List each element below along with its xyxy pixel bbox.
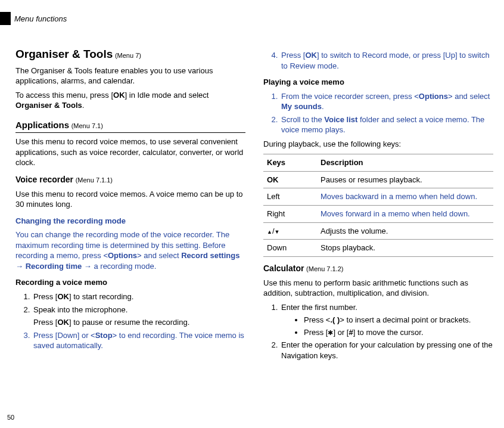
list-item: Enter the operation for your calculation…: [280, 340, 493, 361]
text-fragment: To access this menu, press [: [15, 91, 113, 100]
list-item: Speak into the microphone. Press [OK] to…: [32, 305, 245, 328]
recording-steps-continued: Press [OK] to switch to Record mode, or …: [263, 50, 493, 71]
text-fragment: From the voice recorder screen, press <: [281, 92, 419, 101]
applications-desc: Use this menu to record voice memos, to …: [15, 137, 245, 168]
intro-text: The Organiser & Tools feature enables yo…: [15, 66, 245, 86]
ok-key-label: OK: [113, 91, 125, 100]
voice-list-label: Voice list: [324, 115, 357, 124]
volume-up-icon: [267, 227, 272, 235]
changing-mode-body: You can change the recording mode of the…: [15, 229, 245, 271]
list-item: From the voice recorder screen, press <O…: [280, 91, 493, 112]
recording-time-label: Recording time: [26, 262, 82, 271]
my-sounds-label: My sounds: [281, 102, 322, 111]
key-cell: Left: [263, 188, 317, 206]
key-cell: OK: [263, 171, 317, 188]
table-row: OK Pauses or resumes playback.: [263, 171, 493, 188]
left-column: Organiser & Tools (Menu 7) The Organiser…: [15, 46, 245, 410]
text-fragment: ] to start recording.: [69, 292, 133, 301]
calculator-heading-wrap: Calculator (Menu 7.1.2): [263, 263, 493, 274]
access-text: To access this menu, press [OK] in Idle …: [15, 90, 245, 111]
table-row: Down Stops playback.: [263, 240, 493, 257]
menu-name-label: Organiser & Tools: [15, 101, 82, 110]
right-column: Press [OK] to switch to Record mode, or …: [263, 46, 493, 410]
ok-key-label: OK: [57, 318, 69, 327]
text-fragment: Enter the first number.: [281, 303, 357, 312]
options-label: Options: [419, 92, 448, 101]
playing-steps-list: From the voice recorder screen, press <O…: [263, 91, 493, 135]
title-line: Organiser & Tools (Menu 7): [15, 46, 245, 62]
text-fragment: Press [Down] or <: [33, 331, 95, 340]
text-fragment: Press [: [33, 318, 57, 327]
playing-memo-heading: Playing a voice memo: [263, 77, 493, 88]
text-fragment: Press <: [304, 315, 330, 324]
desc-cell: Adjusts the volume.: [317, 222, 493, 240]
list-item: Press [] or [] to move the cursor.: [304, 327, 493, 338]
list-item: Press [Down] or <Stop> to end recording.…: [32, 330, 245, 351]
text-fragment: .: [322, 102, 324, 111]
calculator-sub-bullets: Press <.( )> to insert a decimal point o…: [281, 315, 493, 337]
table-header-row: Keys Description: [263, 154, 493, 172]
table-header-keys: Keys: [263, 154, 317, 172]
calculator-meta: (Menu 7.1.2): [306, 265, 343, 272]
text-fragment: → a recording mode.: [82, 262, 156, 271]
text-fragment: > and select: [137, 251, 181, 260]
desc-cell: Stops playback.: [317, 240, 493, 257]
text-fragment: Speak into the microphone.: [33, 305, 127, 314]
text-fragment: ] to move the cursor.: [353, 328, 424, 337]
applications-meta: (Menu 7.1): [71, 122, 103, 129]
desc-cell: Pauses or resumes playback.: [317, 171, 493, 188]
list-item: Scroll to the Voice list folder and sele…: [280, 114, 493, 135]
table-header-desc: Description: [317, 154, 493, 172]
page-number: 50: [7, 414, 14, 421]
voice-recorder-heading-wrap: Voice recorder (Menu 7.1.1): [15, 174, 245, 185]
voice-recorder-heading: Voice recorder: [15, 175, 73, 184]
volume-down-icon: [275, 227, 280, 235]
table-row: Left Moves backward in a memo when held …: [263, 188, 493, 206]
voice-recorder-meta: (Menu 7.1.1): [76, 176, 113, 184]
stop-label: Stop: [95, 331, 113, 340]
arrow-sep: →: [15, 262, 26, 271]
during-playback-text: During playback, use the following keys:: [263, 139, 493, 150]
text-fragment: .: [82, 101, 85, 110]
tab-shape-icon: [0, 12, 7, 25]
list-item: Press <.( )> to insert a decimal point o…: [304, 315, 493, 325]
voice-recorder-desc: Use this menu to record voice memos. A v…: [15, 189, 245, 210]
key-cell: /: [263, 222, 317, 240]
sub-step: Press [OK] to pause or resume the record…: [33, 317, 245, 328]
header-tab: Menu functions: [0, 12, 67, 25]
desc-cell: Moves backward in a memo when held down.: [317, 188, 493, 206]
record-settings-label: Record settings: [181, 251, 239, 260]
section-label: Menu functions: [14, 14, 67, 23]
text-fragment: Press [: [33, 292, 57, 301]
text-fragment: Press [: [281, 51, 305, 60]
page-title-meta: (Menu 7): [115, 52, 141, 59]
applications-heading-wrap: Applications (Menu 7.1): [15, 119, 245, 133]
text-fragment: ] or [: [333, 328, 349, 337]
text-fragment: ] in Idle mode and select: [125, 91, 209, 100]
calculator-heading: Calculator: [263, 263, 304, 273]
page-body: Organiser & Tools (Menu 7) The Organiser…: [15, 46, 493, 410]
calculator-desc: Use this menu to perform basic arithmeti…: [263, 278, 493, 299]
desc-cell: Moves forward in a memo when held down.: [317, 206, 493, 223]
recording-steps-list: Press [OK] to start recording. Speak int…: [15, 291, 245, 351]
text-fragment: ] to pause or resume the recording.: [69, 318, 189, 327]
list-item: Press [OK] to switch to Record mode, or …: [280, 50, 493, 71]
ok-key-label: OK: [57, 292, 69, 301]
text-fragment: Press [: [304, 328, 328, 337]
page-title: Organiser & Tools: [15, 48, 113, 60]
applications-heading: Applications: [15, 120, 69, 130]
text-fragment: Scroll to the: [281, 115, 324, 124]
playback-keys-table: Keys Description OK Pauses or resumes pl…: [263, 154, 493, 256]
text-fragment: > and select: [448, 92, 490, 101]
text-fragment: > to insert a decimal point or brackets.: [340, 315, 471, 324]
key-cell: Down: [263, 240, 317, 257]
key-cell: Right: [263, 206, 317, 223]
changing-mode-heading: Changing the recording mode: [15, 216, 245, 227]
text-fragment: Enter the operation for your calculation…: [281, 340, 493, 360]
calculator-steps: Enter the first number. Press <.( )> to …: [263, 302, 493, 361]
list-item: Enter the first number. Press <.( )> to …: [280, 302, 493, 338]
options-label: Options: [108, 251, 137, 260]
list-item: Press [OK] to start recording.: [32, 291, 245, 302]
decimal-key-label: .( ): [330, 315, 340, 324]
table-row: / Adjusts the volume.: [263, 222, 493, 240]
